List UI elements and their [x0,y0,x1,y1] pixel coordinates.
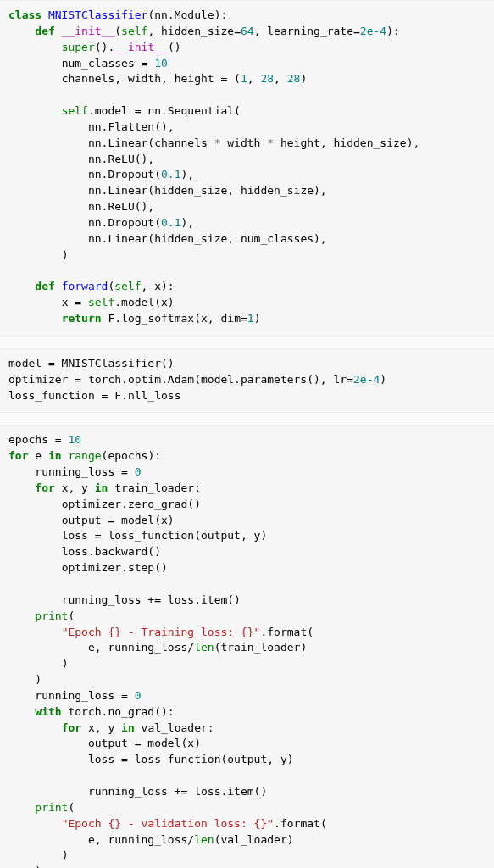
class-bases: (nn.Module): [147,8,227,21]
code-text: , [274,72,287,85]
bi-len: len [194,641,214,654]
code-text: ) [254,312,261,325]
code-text: train_loader: [114,481,201,494]
kw-class: class [8,8,48,21]
str-train: "Epoch {} - Training loss: {}" [62,626,261,638]
str-val: "Epoch {} - validation loss: {}" [62,817,274,830]
code-text: channels, width, height = ( [62,72,241,85]
code-block-3[interactable]: epochs = 10 for e in range(epochs): runn… [8,432,486,868]
kw-in2: in [95,481,114,494]
code-text: e, running_loss/ [88,833,194,846]
nn-linear1a: nn.Linear(channels [88,136,214,149]
nn-linear1b: width [220,136,267,149]
code-text: ) [35,673,42,686]
code-text: ) [380,373,386,386]
self-kw2: self [114,280,141,292]
code-block-2[interactable]: model = MNISTClassifier() optimizer = to… [8,356,486,404]
num-1b: 1 [247,312,254,325]
num-lr: 2e-4 [360,25,386,37]
code-text: (epochs): [102,449,161,462]
bi-print: print [35,609,68,622]
code-text: (train_loader) [214,641,308,654]
code-text: F.log_softmax(x, dim= [108,312,247,325]
args-rest2: , x): [142,280,175,292]
num-28a: 28 [260,72,274,85]
nn-dropout1b: ), [181,168,195,181]
self-kw: self [62,104,88,117]
nn-relu2: nn.ReLU(), [88,200,154,213]
kw-in3: in [121,721,141,734]
nn-linear3: nn.Linear(hidden_size, num_classes), [88,232,327,245]
nn-dropout1a: nn.Dropout( [88,168,161,181]
num-0p1b: 0.1 [161,216,180,229]
code-text: . [274,817,280,830]
args-part2: , learning_rate= [254,25,360,37]
code-line: optimizer.step() [62,561,168,574]
kw-for: for [8,449,35,462]
nn-dropout2b: ), [181,216,195,229]
class-name: MNISTClassifier [48,8,147,21]
code-text: running_loss = [35,465,134,478]
kw-with: with [35,705,68,718]
code-text: (). [95,41,114,53]
code-cell-1: class MNISTClassifier(nn.Module): def __… [0,0,494,337]
code-text: ( [320,817,327,830]
code-text: num_classes = [62,57,155,70]
bi-print2: print [35,801,68,814]
num-64: 64 [241,25,254,37]
dunder-init: __init__ [62,25,115,37]
paren-close: ): [386,25,400,37]
fn-format: format [267,626,307,638]
code-line: loss = loss_function(output, y) [88,753,294,765]
kw-in: in [48,449,68,462]
code-line: running_loss += loss.item() [62,593,241,606]
code-text: e [35,449,48,462]
self-kw3: self [88,296,114,309]
num-0a: 0 [135,465,142,478]
nn-dropout2a: nn.Dropout( [88,216,161,229]
code-text: ) [300,72,307,85]
code-line: optimizer.zero_grad() [62,498,201,510]
num-0b: 0 [135,689,142,702]
code-text: running_loss = [35,689,134,702]
code-text: ( [68,801,75,814]
code-text: ) [35,865,42,868]
kw-for2: for [35,481,61,494]
code-text: , [247,72,261,85]
code-text: ) [62,657,69,670]
num-28b: 28 [287,72,301,85]
nn-linear2: nn.Linear(hidden_size, hidden_size), [88,184,327,197]
code-text: .model(x) [114,296,174,309]
code-text: ( [307,626,314,638]
fn-format2: format [280,817,320,830]
nn-linear1c: height, hidden_size), [274,136,419,149]
code-text: val_loader: [142,721,214,734]
code-text: ) [62,849,69,861]
num-1: 1 [241,72,247,85]
code-cell-3: epochs = 10 for e in range(epochs): runn… [0,425,494,868]
code-text: x = [62,296,88,309]
bi-range: range [68,449,101,462]
code-line: running_loss += loss.item() [88,785,267,798]
code-text: x, y [62,481,95,494]
code-line: loss_function = F.nll_loss [8,389,181,402]
code-cell-2: model = MNISTClassifier() optimizer = to… [0,348,494,414]
super-call: super [62,41,95,53]
dunder-init2: __init__ [114,41,168,53]
code-block-1[interactable]: class MNISTClassifier(nn.Module): def __… [8,8,486,327]
nn-flatten: nn.Flatten(), [88,120,175,133]
code-text: torch.no_grad(): [68,705,174,718]
code-line: model = MNISTClassifier() [8,357,175,370]
kw-return: return [62,312,108,325]
code-text: x, y [88,721,121,734]
code-line: loss.backward() [62,545,161,558]
nn-relu1: nn.ReLU(), [88,153,154,165]
kw-def: def [35,25,61,37]
code-text: ( [68,609,75,622]
op-mul2: * [267,136,274,149]
num-lr2: 2e-4 [353,373,380,386]
kw-for3: for [62,721,88,734]
fn-forward: forward [62,280,108,292]
paren-close2: ) [62,248,69,261]
bi-len2: len [194,833,214,846]
